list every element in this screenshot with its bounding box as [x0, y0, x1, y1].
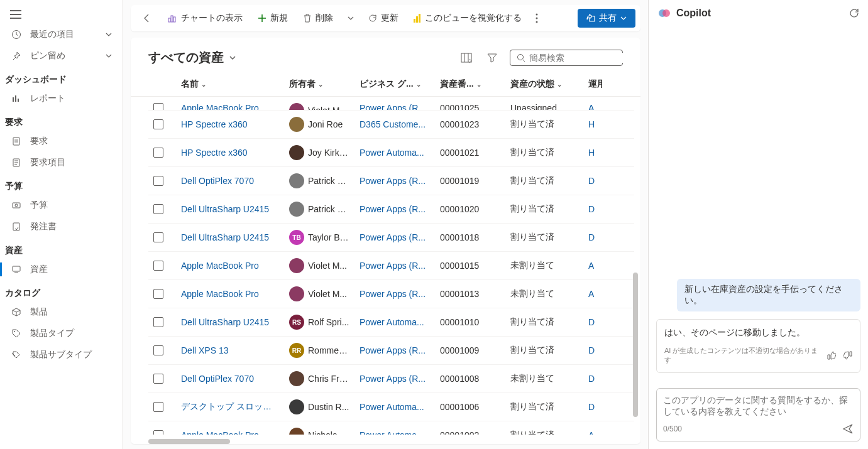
share-button[interactable]: 共有: [578, 9, 635, 28]
asset-name-link[interactable]: Dell OptiPlex 7070: [176, 170, 284, 192]
owner-cell[interactable]: Dustin R...: [284, 393, 354, 421]
row-checkbox[interactable]: [153, 176, 163, 186]
edit-columns-button[interactable]: [458, 50, 475, 65]
asset-name-link[interactable]: Dell OptiPlex 7070: [176, 367, 284, 390]
more-button[interactable]: [530, 9, 543, 27]
owner-cell[interactable]: Joni Roe: [284, 111, 354, 138]
row-checkbox[interactable]: [153, 317, 163, 327]
row-checkbox[interactable]: [153, 204, 163, 214]
nav-assets[interactable]: 資産: [0, 259, 123, 280]
table-row[interactable]: HP Spectre x360Joni RoeD365 Custome...00…: [148, 111, 634, 139]
op-cell[interactable]: H: [583, 141, 602, 164]
nav-recent[interactable]: 最近の項目: [0, 24, 123, 45]
col-state[interactable]: 資産の状態⌄: [505, 72, 583, 96]
row-checkbox[interactable]: [153, 374, 163, 384]
row-checkbox[interactable]: [153, 232, 163, 242]
nav-product[interactable]: 製品: [0, 301, 123, 323]
asset-name-link[interactable]: Apple MacBook Pro: [176, 424, 284, 435]
hamburger-button[interactable]: [0, 5, 123, 24]
op-cell[interactable]: D: [583, 339, 602, 362]
owner-cell[interactable]: Patrick C...: [284, 195, 354, 223]
owner-cell[interactable]: Chris Fra...: [284, 365, 354, 392]
bg-cell[interactable]: Power Apps (R...: [354, 339, 435, 362]
asset-name-link[interactable]: Apple MacBook Pro: [176, 254, 284, 277]
bg-cell[interactable]: Power Apps (R...: [354, 198, 435, 220]
bg-cell[interactable]: Power Automa...: [354, 424, 435, 435]
asset-name-link[interactable]: HP Spectre x360: [176, 141, 284, 164]
table-row[interactable]: Dell UltraSharp U2415RSRolf Spri...Power…: [148, 308, 634, 337]
row-checkbox[interactable]: [153, 289, 163, 299]
col-num[interactable]: 資産番...⌄: [435, 72, 505, 96]
table-row[interactable]: Dell OptiPlex 7070Chris Fra...Power Apps…: [148, 365, 634, 393]
nav-pinned[interactable]: ピン留め: [0, 45, 123, 67]
op-cell[interactable]: A: [583, 283, 602, 305]
nav-request[interactable]: 要求: [0, 131, 123, 152]
bg-cell[interactable]: Power Apps (R...: [354, 97, 435, 111]
owner-cell[interactable]: Violet M...: [284, 97, 354, 111]
bg-cell[interactable]: Power Apps (R...: [354, 367, 435, 390]
refresh-button[interactable]: [849, 8, 859, 18]
asset-name-link[interactable]: デスクトップ スロット パンチ: [176, 395, 284, 419]
delete-button[interactable]: 削除: [297, 9, 339, 28]
asset-name-link[interactable]: Dell UltraSharp U2415: [176, 198, 284, 220]
table-row[interactable]: Apple MacBook ProViolet M...Power Apps (…: [148, 97, 634, 111]
nav-report[interactable]: レポート: [0, 88, 123, 109]
new-button[interactable]: 新規: [251, 9, 294, 28]
table-row[interactable]: Apple MacBook ProNicholas ...Power Autom…: [148, 421, 634, 435]
row-checkbox[interactable]: [153, 119, 163, 129]
owner-cell[interactable]: Patrick C...: [284, 167, 354, 195]
send-button[interactable]: [842, 423, 854, 435]
op-cell[interactable]: D: [583, 396, 602, 418]
owner-cell[interactable]: Violet M...: [284, 252, 354, 279]
table-row[interactable]: Dell OptiPlex 7070Patrick C...Power Apps…: [148, 167, 634, 195]
copilot-textarea[interactable]: [663, 395, 854, 421]
table-row[interactable]: Apple MacBook ProViolet M...Power Apps (…: [148, 252, 634, 280]
search-input[interactable]: [529, 53, 639, 63]
table-row[interactable]: Dell UltraSharp U2415TBTaylor Br...Power…: [148, 224, 634, 252]
op-cell[interactable]: D: [583, 311, 602, 333]
nav-budget[interactable]: 予算: [0, 195, 123, 216]
bg-cell[interactable]: Power Apps (R...: [354, 254, 435, 277]
thumbs-up-button[interactable]: [827, 351, 836, 360]
row-checkbox[interactable]: [153, 345, 163, 355]
chevron-down-icon[interactable]: [342, 11, 360, 26]
view-title[interactable]: すべての資産: [148, 49, 236, 66]
bg-cell[interactable]: Power Apps (R...: [354, 283, 435, 305]
bg-cell[interactable]: Power Apps (R...: [354, 226, 435, 249]
asset-name-link[interactable]: Apple MacBook Pro: [176, 283, 284, 305]
asset-name-link[interactable]: HP Spectre x360: [176, 113, 284, 136]
row-checkbox[interactable]: [153, 103, 163, 111]
nav-product-type[interactable]: 製品タイプ: [0, 323, 123, 344]
table-row[interactable]: デスクトップ スロット パンチDustin R...Power Automa..…: [148, 393, 634, 421]
bg-cell[interactable]: Power Automa...: [354, 141, 435, 164]
col-op[interactable]: 運用: [583, 72, 602, 96]
asset-name-link[interactable]: Dell UltraSharp U2415: [176, 226, 284, 249]
filter-button[interactable]: [485, 50, 500, 65]
bg-cell[interactable]: Power Automa...: [354, 396, 435, 418]
op-cell[interactable]: D: [583, 367, 602, 390]
bg-cell[interactable]: Power Automa...: [354, 311, 435, 333]
op-cell[interactable]: A: [583, 97, 602, 111]
col-bg[interactable]: ビジネス グ...⌄: [354, 72, 435, 96]
row-checkbox[interactable]: [153, 430, 163, 435]
visualize-button[interactable]: このビューを視覚化する: [407, 9, 528, 28]
search-box[interactable]: [510, 50, 623, 66]
table-row[interactable]: Dell XPS 13RRRommel ...Power Apps (R...0…: [148, 337, 634, 365]
grid-body[interactable]: Apple MacBook ProViolet M...Power Apps (…: [131, 97, 640, 435]
bg-cell[interactable]: D365 Custome...: [354, 113, 435, 136]
owner-cell[interactable]: Joy Kirkw...: [284, 139, 354, 166]
op-cell[interactable]: A: [583, 424, 602, 435]
row-checkbox[interactable]: [153, 261, 163, 271]
owner-cell[interactable]: RRRommel ...: [284, 337, 354, 364]
nav-request-item[interactable]: 要求項目: [0, 152, 123, 173]
nav-product-subtype[interactable]: 製品サブタイプ: [0, 344, 123, 365]
col-name[interactable]: 名前⌄: [176, 72, 284, 96]
table-row[interactable]: Dell UltraSharp U2415Patrick C...Power A…: [148, 195, 634, 224]
col-owner[interactable]: 所有者⌄: [284, 72, 354, 96]
owner-cell[interactable]: RSRolf Spri...: [284, 308, 354, 336]
op-cell[interactable]: A: [583, 254, 602, 277]
table-row[interactable]: HP Spectre x360Joy Kirkw...Power Automa.…: [148, 139, 634, 167]
show-chart-button[interactable]: チャートの表示: [161, 9, 249, 28]
owner-cell[interactable]: TBTaylor Br...: [284, 224, 354, 251]
scrollbar-vertical[interactable]: [633, 273, 638, 417]
